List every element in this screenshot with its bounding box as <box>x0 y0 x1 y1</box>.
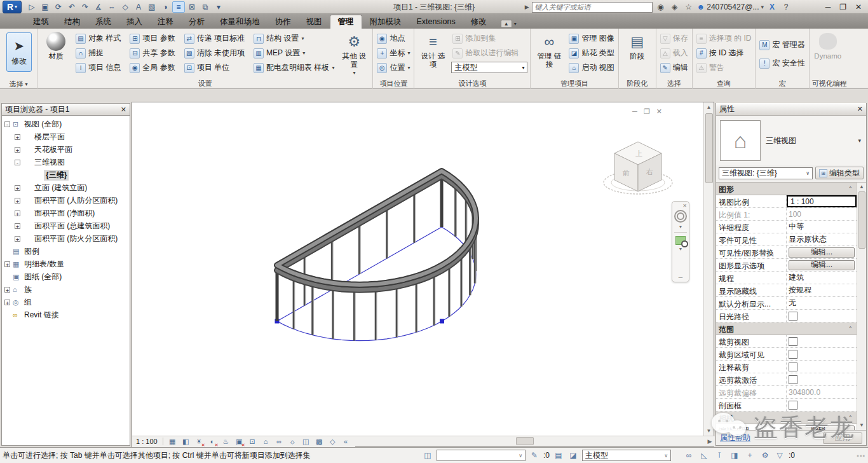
tree-item[interactable]: 面积平面 (总建筑面积) <box>4 219 130 232</box>
ribbon-button[interactable]: ▽ 保存 <box>659 31 689 46</box>
ribbon-button[interactable]: ⊞ 项目 参数 <box>128 31 176 46</box>
show-crop-region-icon[interactable]: ⊡ <box>247 437 258 446</box>
tree-item[interactable]: 三维视图 <box>4 156 130 169</box>
select-underlay-elements-toggle-icon[interactable]: ◺ <box>698 450 710 461</box>
tree-item[interactable]: Revit 链接 <box>4 308 130 321</box>
ribbon-button[interactable]: ✎ 拾取以进行编辑 <box>451 46 527 60</box>
ribbon-tab[interactable]: 注释 <box>150 15 181 29</box>
scrollbar-track[interactable] <box>355 436 705 447</box>
design-options-status-icon[interactable]: ◪ <box>567 450 579 461</box>
undo-icon[interactable]: ↶ <box>65 1 78 13</box>
section-collapse-icon[interactable]: ⌃ <box>848 322 857 335</box>
tree-item[interactable]: {三维} <box>4 169 130 181</box>
instance-selector[interactable]: 三维视图: {三维} ∨ <box>719 167 813 179</box>
scroll-right-icon[interactable]: ▶ <box>705 438 715 445</box>
worksets-select[interactable]: ∨ <box>437 450 526 461</box>
ribbon-tab[interactable]: 附加模块 <box>362 15 409 29</box>
properties-header[interactable]: 属性 ✕ <box>716 103 866 116</box>
tree-toggle-icon[interactable] <box>15 223 20 229</box>
ribbon-button[interactable]: ▤ 对象 样式 <box>74 31 122 46</box>
tree-item[interactable]: 图纸 (全部) <box>4 270 130 283</box>
scroll-down-icon[interactable]: ▼ <box>707 426 712 436</box>
ribbon-button[interactable]: ⊟ 共享 参数 <box>128 46 176 60</box>
horizontal-scrollbar[interactable]: ▶ <box>355 436 715 447</box>
tree-toggle-icon[interactable] <box>15 211 20 216</box>
select-pinned-elements-toggle-icon[interactable]: ⊺ <box>714 450 725 461</box>
navbar-close-icon[interactable]: ✕ <box>682 203 687 209</box>
tree-item[interactable]: 面积平面 (防火分区面积) <box>4 232 130 245</box>
select-elements-by-face-toggle-icon[interactable]: ◨ <box>729 450 740 461</box>
sync-with-central-icon[interactable]: ⟳ <box>52 1 65 13</box>
ribbon-tab[interactable]: 结构 <box>57 15 88 29</box>
detail-level-icon[interactable]: ▦ <box>167 437 178 446</box>
sun-path-icon[interactable]: ☀ <box>194 437 205 446</box>
search-input[interactable] <box>532 2 653 13</box>
phases-button[interactable]: ▤ 阶段 <box>621 30 653 60</box>
open-icon[interactable]: ▷ <box>25 1 38 13</box>
user-account-button[interactable]: ☻ 240705427@... ▾ <box>697 3 764 11</box>
measure-icon[interactable]: ∡ <box>92 1 105 13</box>
thin-lines-icon[interactable]: ≡ <box>172 1 185 13</box>
close-icon[interactable]: ✕ <box>121 106 126 114</box>
collapse-viewbar-icon[interactable]: « <box>341 437 351 446</box>
ribbon-tab[interactable]: 协作 <box>268 15 299 29</box>
view-restore-button[interactable]: ❐ <box>644 107 650 116</box>
section-icon[interactable]: ◑ <box>159 1 172 13</box>
ribbon-button[interactable]: M 宏 管理器 <box>758 38 806 52</box>
modify-button[interactable]: ➤ 修改 <box>6 32 32 72</box>
redo-icon[interactable]: ↷ <box>79 1 92 13</box>
ribbon-button[interactable]: ◉ 全局 参数 <box>128 60 176 75</box>
worksharing-display-icon[interactable]: ▩ <box>314 437 325 446</box>
render-dialog-icon[interactable]: ♨ <box>220 437 231 446</box>
save-icon[interactable]: ▣ <box>39 1 51 13</box>
ribbon-button[interactable]: ⚠ 警告 <box>695 60 753 75</box>
ribbon-tab[interactable]: 插入 <box>119 15 150 29</box>
ribbon-button[interactable]: # 按 ID 选择 <box>695 46 753 60</box>
project-browser-header[interactable]: 项目浏览器 - 项目1 ✕ <box>1 103 130 116</box>
editing-requests-icon[interactable]: ▤ <box>553 450 564 461</box>
ribbon-button[interactable]: + 坐标 ▾ <box>376 46 411 60</box>
scrollbar-thumb[interactable] <box>705 113 713 183</box>
edit-type-button[interactable]: ⊞ 编辑类型 <box>815 167 864 179</box>
ribbon-button[interactable]: ◉ 地点 <box>376 31 411 46</box>
drawing-area[interactable]: ─ ❐ ✕ 上 前 右 ✕ ▼ ▼ <box>132 102 714 447</box>
ribbon-button[interactable]: ✎ 编辑 <box>659 60 689 75</box>
tree-toggle-icon[interactable] <box>15 147 20 153</box>
ribbon-button[interactable]: ⇄ 传递 项目标准 <box>183 31 246 46</box>
aligned-dimension-icon[interactable]: ⇔ <box>105 1 118 13</box>
unlocked-3d-view-icon[interactable]: ⌂ <box>261 437 271 446</box>
switch-windows-icon[interactable]: ⧉ <box>199 1 212 13</box>
ribbon-button[interactable]: △ 载入 <box>659 46 689 60</box>
ribbon-button[interactable]: ▦ 配电盘明细表 样板 ▾ <box>252 60 336 75</box>
ribbon-tab[interactable]: 视图 <box>299 15 330 29</box>
close-icon[interactable]: ✕ <box>857 105 863 113</box>
design-options-button[interactable]: ≡ 设计 选项 <box>417 30 449 69</box>
minimize-button[interactable]: ─ <box>825 3 831 11</box>
ribbon-tab[interactable]: 系统 <box>88 15 119 29</box>
ribbon-button[interactable]: ≡ 选择项 的 ID <box>695 31 753 46</box>
ribbon-button[interactable]: ▥ MEP 设置 ▾ <box>252 46 336 60</box>
tree-item[interactable]: 天花板平面 <box>4 143 130 156</box>
reveal-hidden-elements-icon[interactable]: ☼ <box>287 437 298 446</box>
tree-toggle-icon[interactable] <box>4 261 10 267</box>
tree-item[interactable]: 视图 (全部) <box>4 118 130 130</box>
tree-toggle-icon[interactable] <box>15 160 20 165</box>
visual-style-icon[interactable]: ◧ <box>180 437 191 446</box>
customize-qat-icon[interactable]: ▾ <box>212 1 225 13</box>
tree-toggle-icon[interactable] <box>15 198 20 204</box>
scroll-down-icon[interactable]: ▼ <box>859 421 864 430</box>
displace-elements-icon[interactable]: ◇ <box>327 437 338 446</box>
tree-toggle-icon[interactable] <box>15 236 20 242</box>
chevron-down-icon[interactable]: ▼ <box>679 247 683 251</box>
ribbon-button[interactable]: ⌂ 启动 视图 <box>567 60 615 75</box>
drag-elements-on-selection-toggle-icon[interactable]: + <box>744 450 756 461</box>
tree-item[interactable]: 明细表/数量 <box>4 258 130 270</box>
ribbon-tab[interactable]: 修改 <box>463 15 494 29</box>
ribbon-tab[interactable]: Extensions <box>409 15 463 29</box>
view-cube[interactable]: 上 前 右 <box>602 134 678 204</box>
application-menu-button[interactable]: R▾ <box>3 1 22 13</box>
additional-settings-button[interactable]: ⚙ 其他 设置 ▾ <box>338 30 370 77</box>
shadows-icon[interactable]: ◐ <box>207 437 218 446</box>
ribbon-button[interactable]: ◪ 贴花 类型 <box>567 46 615 60</box>
restore-button[interactable]: ❐ <box>839 3 846 11</box>
